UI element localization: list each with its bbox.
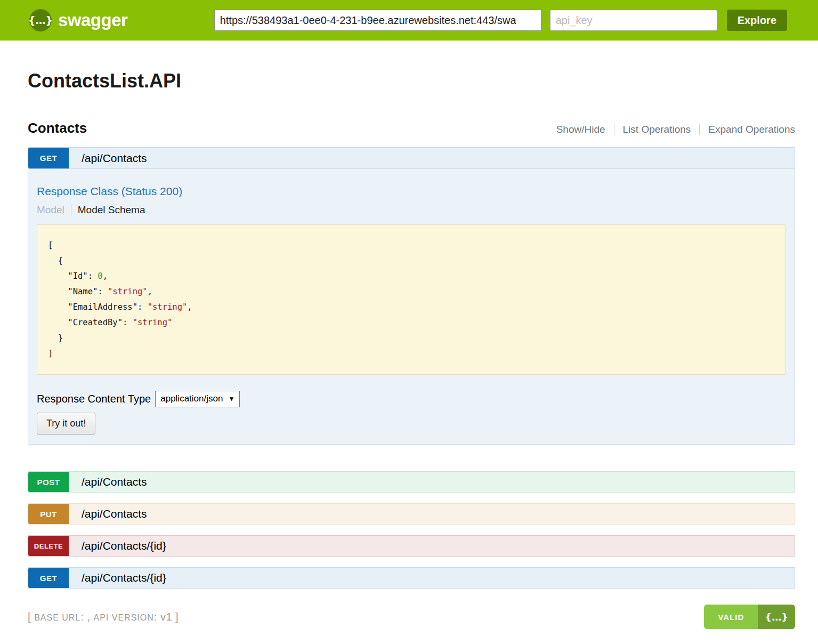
api-version-label: API VERSION [94,613,154,622]
operation-get-contacts-body: Response Class (Status 200) Model Model … [28,169,795,444]
base-url-info: [ BASE URL: , API VERSION: v1 ] [28,611,179,623]
tab-model[interactable]: Model [37,204,71,216]
operation-delete-contacts-id-header[interactable]: DELETE /api/Contacts/{id} [28,535,795,557]
swagger-brand-link[interactable]: {…} swagger [29,9,127,31]
response-class-heading: Response Class (Status 200) [37,185,786,198]
curly-braces-icon: {…} [758,605,795,629]
main-content: ContactsList.API Contacts Show/Hide List… [28,70,795,589]
show-hide-link[interactable]: Show/Hide [548,124,614,135]
operation-get-contacts-id-header[interactable]: GET /api/Contacts/{id} [28,567,795,589]
operation-get-contacts-id: GET /api/Contacts/{id} [28,567,795,589]
chevron-down-icon: ▼ [228,395,234,402]
swagger-logo-icon: {…} [29,9,52,31]
operation-put-contacts-header[interactable]: PUT /api/Contacts [28,503,795,525]
api-version-value: v1 [160,611,172,623]
brand-name: swagger [58,10,127,30]
resource-name-link[interactable]: Contacts [28,120,87,136]
operation-put-contacts-path[interactable]: /api/Contacts [69,504,147,524]
operation-put-contacts: PUT /api/Contacts [28,503,795,525]
operation-get-contacts-id-path[interactable]: /api/Contacts/{id} [69,568,166,588]
base-url-label: BASE URL [34,613,80,622]
model-tabs: Model Model Schema [37,204,786,216]
operation-post-contacts-header[interactable]: POST /api/Contacts [28,471,795,493]
page-title: ContactsList.API [28,70,795,92]
operation-get-contacts: GET /api/Contacts Response Class (Status… [28,147,795,445]
top-navbar: {…} swagger Explore [0,0,818,41]
api-explore-form: Explore [214,10,787,31]
tab-model-schema[interactable]: Model Schema [71,204,145,216]
operation-delete-contacts-id: DELETE /api/Contacts/{id} [28,535,795,557]
resource-heading: Contacts Show/Hide List Operations Expan… [28,120,795,136]
delete-method-badge: DELETE [28,536,69,556]
get-method-badge: GET [28,148,69,168]
put-method-badge: PUT [28,504,69,524]
try-it-out-button[interactable]: Try it out! [37,413,95,434]
response-content-type-select[interactable]: application/json ▼ [155,391,240,407]
response-content-type-value: application/json [160,393,223,404]
resource-options: Show/Hide List Operations Expand Operati… [548,124,795,136]
operation-post-contacts-path[interactable]: /api/Contacts [69,472,147,492]
expand-operations-link[interactable]: Expand Operations [699,124,795,135]
page-footer: [ BASE URL: , API VERSION: v1 ] VALID {…… [28,605,795,629]
operation-get-contacts-path[interactable]: /api/Contacts [69,148,147,168]
operation-delete-contacts-id-path[interactable]: /api/Contacts/{id} [69,536,166,556]
response-content-type-label: Response Content Type [37,393,151,405]
list-operations-link[interactable]: List Operations [614,124,700,135]
api-url-input[interactable] [214,10,541,31]
post-method-badge: POST [28,472,69,492]
valid-label: VALID [704,605,758,629]
model-schema-code: [ { "Id": 0, "Name": "string", "EmailAdd… [37,224,786,375]
swagger-validator-badge[interactable]: VALID {…} [704,605,795,629]
api-key-input[interactable] [550,10,717,31]
explore-button[interactable]: Explore [727,10,787,31]
operation-get-contacts-header[interactable]: GET /api/Contacts [28,148,795,169]
response-content-type-row: Response Content Type application/json ▼ [37,391,786,407]
operation-post-contacts: POST /api/Contacts [28,471,795,493]
get-id-method-badge: GET [28,568,69,588]
